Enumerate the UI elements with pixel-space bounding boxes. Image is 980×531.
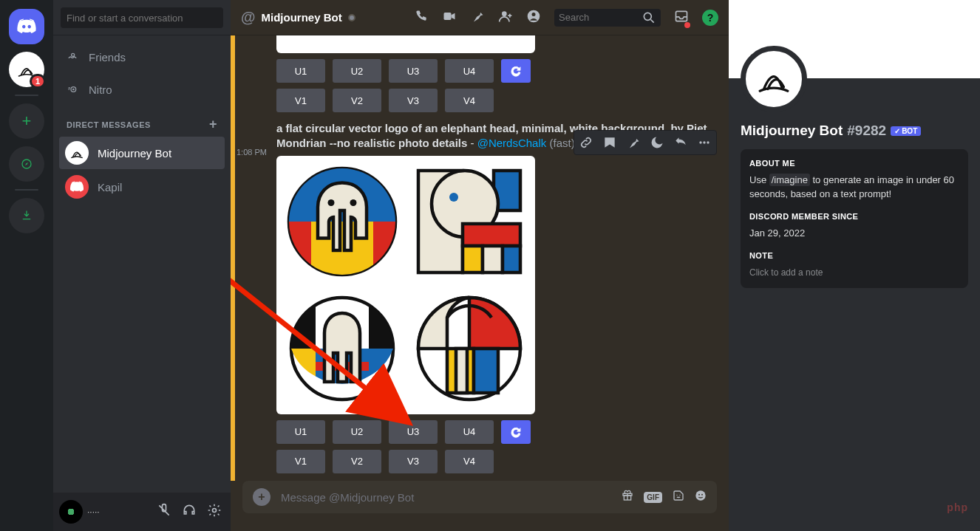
dm-header: DIRECT MESSAGES +	[59, 106, 225, 135]
inbox-button[interactable]	[674, 9, 689, 27]
dm-search-input[interactable]	[61, 7, 223, 28]
u2-button[interactable]: U2	[333, 59, 381, 83]
start-video-call-button[interactable]	[442, 9, 457, 27]
dm-header-label: DIRECT MESSAGES	[67, 120, 151, 129]
elephant-logo-1	[287, 166, 398, 277]
v4-button[interactable]: V4	[445, 89, 494, 112]
start-voice-call-button[interactable]	[414, 9, 429, 27]
user-avatar[interactable]	[59, 500, 83, 524]
user-settings-button[interactable]	[204, 500, 225, 524]
headphones-icon	[182, 503, 197, 518]
svg-point-3	[213, 509, 217, 513]
attach-button[interactable]: +	[253, 488, 270, 506]
avatar	[65, 141, 89, 165]
dm-row-midjourney[interactable]: Midjourney Bot	[59, 137, 225, 169]
image-variant-2	[408, 160, 531, 283]
discord-logo-icon	[69, 179, 84, 194]
svg-point-11	[703, 141, 705, 143]
v4-button[interactable]: V4	[445, 450, 494, 473]
message-scroll[interactable]: 1:08 PM U1 U2 U3 U4 V1 V2	[235, 35, 729, 481]
mute-button[interactable]	[154, 500, 174, 524]
more-button[interactable]	[693, 131, 716, 154]
u2-button[interactable]: U2	[333, 420, 381, 444]
gif-button[interactable]: GIF	[644, 492, 662, 503]
u4-button[interactable]: U4	[445, 59, 494, 83]
reply-button[interactable]	[669, 131, 693, 154]
prev-image-edge	[276, 35, 535, 53]
discord-logo-icon	[16, 16, 37, 37]
variation-row-prev: V1 V2 V3 V4	[276, 89, 717, 112]
image-variant-4	[408, 287, 531, 410]
user-circle-icon	[526, 9, 541, 24]
add-server-button[interactable]: +	[9, 103, 44, 139]
v2-button[interactable]: V2	[333, 450, 381, 473]
video-icon	[442, 9, 457, 24]
profile-avatar[interactable]	[741, 46, 807, 112]
user-mention[interactable]: @NerdsChalk	[477, 137, 547, 149]
v1-button[interactable]: V1	[276, 450, 325, 473]
v2-button[interactable]: V2	[333, 89, 381, 112]
svg-point-34	[679, 495, 680, 496]
server-midjourney[interactable]: 1	[9, 52, 44, 87]
bot-tag: ✓ BOT	[891, 126, 921, 136]
u1-button[interactable]: U1	[276, 59, 325, 83]
dm-nav: Friends Nitro DIRECT MESSAGES + Midjourn…	[53, 35, 231, 203]
svg-rect-29	[456, 349, 467, 393]
reply-icon	[673, 135, 688, 150]
gift-button[interactable]	[622, 490, 633, 504]
server-badge: 1	[30, 74, 46, 89]
svg-point-15	[350, 199, 357, 206]
more-icon	[697, 135, 712, 150]
pin-icon	[470, 9, 485, 24]
member-since-value: Jan 29, 2022	[749, 227, 959, 240]
generated-image-grid[interactable]	[276, 156, 535, 414]
friends-link[interactable]: Friends	[59, 41, 225, 72]
nitro-icon	[67, 83, 78, 95]
u1-button[interactable]: U1	[276, 420, 325, 444]
image-variant-1	[281, 160, 404, 283]
explore-servers-button[interactable]	[9, 146, 44, 182]
note-input[interactable]: Click to add a note	[749, 267, 959, 279]
profile-name-row: Midjourney Bot#9282 ✓ BOT	[741, 123, 968, 139]
u3-button[interactable]: U3	[389, 420, 438, 444]
u3-button[interactable]: U3	[389, 59, 438, 83]
sailboat-icon	[754, 59, 794, 99]
message-input[interactable]: Message @Midjourney Bot	[281, 491, 611, 504]
user-profile-button[interactable]	[526, 9, 541, 27]
nitro-link[interactable]: Nitro	[59, 74, 225, 105]
add-friends-button[interactable]	[498, 9, 513, 27]
u4-button[interactable]: U4	[445, 420, 494, 444]
copy-link-button[interactable]	[574, 131, 598, 154]
mark-unread-button[interactable]	[598, 131, 622, 154]
user-name: ·····	[87, 507, 149, 517]
download-apps-button[interactable]	[9, 198, 44, 233]
reroll-button[interactable]	[501, 59, 531, 83]
discord-home-button[interactable]	[9, 9, 44, 44]
add-reaction-button[interactable]	[645, 131, 669, 154]
sticker-button[interactable]	[673, 490, 684, 504]
svg-point-19	[449, 193, 458, 202]
command-chip: /imagine	[769, 174, 810, 186]
upscale-row: U1 U2 U3 U4	[276, 420, 717, 444]
profile-name: Midjourney Bot	[741, 123, 843, 139]
help-button[interactable]: ?	[702, 10, 718, 26]
note-header: NOTE	[749, 250, 959, 261]
v1-button[interactable]: V1	[276, 89, 325, 112]
dm-row-kapil[interactable]: Kapil	[59, 171, 225, 203]
message-timestamp: 1:08 PM	[237, 148, 267, 157]
gear-icon	[207, 503, 222, 518]
pin-message-button[interactable]	[622, 131, 645, 154]
v3-button[interactable]: V3	[389, 89, 438, 112]
phone-icon	[414, 9, 429, 24]
create-dm-button[interactable]: +	[209, 117, 217, 132]
emoji-button[interactable]	[695, 490, 707, 504]
compass-icon	[21, 158, 33, 170]
v3-button[interactable]: V3	[389, 450, 438, 473]
download-icon	[21, 210, 33, 222]
status-dot-icon	[348, 14, 355, 21]
reroll-button[interactable]	[501, 420, 531, 444]
deafen-button[interactable]	[179, 500, 200, 524]
dash: -	[467, 137, 477, 149]
refresh-icon	[509, 64, 523, 78]
pinned-messages-button[interactable]	[470, 9, 485, 27]
